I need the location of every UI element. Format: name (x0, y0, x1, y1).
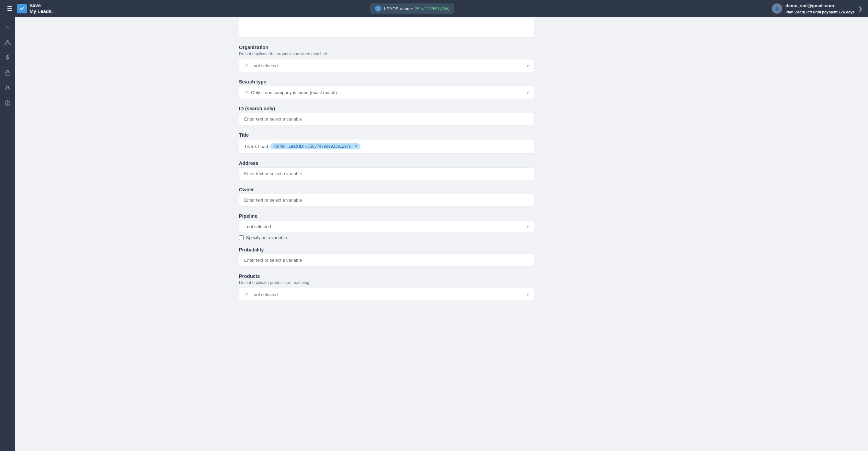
products-label: Products (239, 273, 534, 279)
logo-text: Save My Leads. (30, 3, 53, 14)
organization-select-inner: 🗋 - not selected - (244, 63, 281, 68)
probability-label: Probability (239, 247, 534, 252)
address-label: Address (239, 160, 534, 166)
pipeline-section: Pipeline - not selected - ▾ Specify as a… (239, 213, 534, 240)
search-type-doc-icon: 🗋 (244, 90, 249, 95)
main-content: Organization Do not duplicate the organi… (15, 17, 758, 451)
sidebar-item-help[interactable] (1, 97, 14, 109)
header-right: 👤 demo_sml@gmail.com Plan |Start| left u… (772, 2, 863, 15)
specify-variable-label[interactable]: Specify as a variable (246, 235, 287, 240)
svg-point-1 (7, 40, 8, 42)
svg-point-9 (7, 104, 8, 105)
search-type-chevron-icon: ▾ (527, 90, 529, 95)
pipeline-select[interactable]: - not selected - ▾ (239, 220, 534, 233)
owner-input[interactable] (239, 194, 534, 206)
sidebar-item-home[interactable]: ⌂ (1, 21, 14, 34)
svg-point-2 (5, 44, 6, 45)
owner-section: Owner (239, 187, 534, 206)
svg-point-7 (7, 86, 9, 88)
organization-label: Organization (239, 45, 534, 50)
organization-section: Organization Do not duplicate the organi… (239, 45, 534, 72)
probability-input[interactable] (239, 254, 534, 267)
sidebar-item-billing[interactable]: $ (1, 52, 14, 64)
logo-icon (17, 4, 27, 13)
pipeline-checkbox-row: Specify as a variable (239, 235, 534, 240)
sidebar-item-network[interactable] (1, 36, 14, 49)
user-plan: Plan |Start| left until payment 176 days (786, 9, 855, 15)
title-tag-text: TikTok | Lead ID: «73877479999239129​76» (274, 144, 354, 149)
search-type-select-value: Only if one company is found (exact matc… (251, 90, 337, 95)
top-card (239, 17, 534, 38)
avatar: 👤 (772, 3, 782, 14)
svg-rect-6 (5, 72, 10, 75)
app-body: ⌂ $ (0, 17, 868, 451)
svg-rect-0 (19, 5, 25, 12)
svg-line-5 (8, 42, 10, 44)
content-wrapper: Organization Do not duplicate the organi… (232, 17, 541, 315)
user-info: demo_sml@gmail.com Plan |Start| left unt… (786, 2, 855, 15)
title-section: Title TikTok Lead TikTok | Lead ID: «738… (239, 132, 534, 154)
sidebar-item-briefcase[interactable] (1, 67, 14, 79)
search-type-section: Search type 🗋 Only if one company is fou… (239, 79, 534, 99)
svg-point-3 (9, 44, 10, 45)
title-label: Title (239, 132, 534, 138)
doc-icon: 🗋 (244, 63, 249, 68)
pipeline-select-value: - not selected - (244, 224, 274, 229)
menu-button[interactable]: ☰ (5, 3, 14, 14)
title-tag-close-icon[interactable]: × (355, 144, 357, 149)
right-panel (758, 17, 868, 451)
id-search-section: ID (search only) (239, 106, 534, 125)
products-sublabel: Do not duplicate products on matching (239, 280, 534, 285)
info-icon: i (375, 5, 381, 12)
header: ☰ Save My Leads. i LEADS usage: 25 of 13… (0, 0, 868, 17)
owner-label: Owner (239, 187, 534, 192)
title-tag-input[interactable]: TikTok Lead TikTok | Lead ID: «738774799… (239, 139, 534, 154)
pipeline-select-inner: - not selected - (244, 224, 274, 229)
products-select-value: - not selected - (251, 292, 281, 297)
id-search-label: ID (search only) (239, 106, 534, 111)
pipeline-label: Pipeline (239, 213, 534, 219)
leads-usage-text: LEADS usage: 25 of 13'850 (0%) (384, 6, 449, 11)
products-section: Products Do not duplicate products on ma… (239, 273, 534, 301)
organization-select-value: - not selected - (251, 63, 281, 68)
sidebar-item-user[interactable] (1, 82, 14, 94)
products-chevron-icon: ▾ (527, 292, 529, 297)
header-left: ☰ Save My Leads. (5, 3, 53, 14)
address-section: Address (239, 160, 534, 180)
user-email: demo_sml@gmail.com (786, 2, 855, 9)
search-type-select-inner: 🗋 Only if one company is found (exact ma… (244, 90, 337, 95)
search-type-select[interactable]: 🗋 Only if one company is found (exact ma… (239, 86, 534, 99)
sidebar: ⌂ $ (0, 17, 15, 451)
products-doc-icon: 🗋 (244, 292, 249, 297)
id-search-input[interactable] (239, 113, 534, 125)
search-type-label: Search type (239, 79, 534, 84)
leads-usage-panel: i LEADS usage: 25 of 13'850 (0%) (370, 3, 454, 14)
probability-section: Probability (239, 247, 534, 267)
address-input[interactable] (239, 167, 534, 180)
title-tag-badge: TikTok | Lead ID: «73877479999239129​76»… (270, 143, 361, 149)
header-chevron-icon[interactable]: ❯ (858, 5, 863, 12)
specify-variable-checkbox[interactable] (239, 235, 244, 240)
organization-sublabel: Do not duplicate the organization when m… (239, 52, 534, 56)
pipeline-chevron-icon: ▾ (527, 224, 529, 229)
products-select[interactable]: 🗋 - not selected - ▾ (239, 288, 534, 301)
organization-chevron-icon: ▾ (527, 63, 529, 68)
logo: Save My Leads. (17, 3, 53, 14)
products-select-inner: 🗋 - not selected - (244, 292, 281, 297)
svg-line-4 (5, 42, 8, 44)
organization-select[interactable]: 🗋 - not selected - ▾ (239, 59, 534, 72)
title-plain-text: TikTok Lead (244, 144, 268, 149)
